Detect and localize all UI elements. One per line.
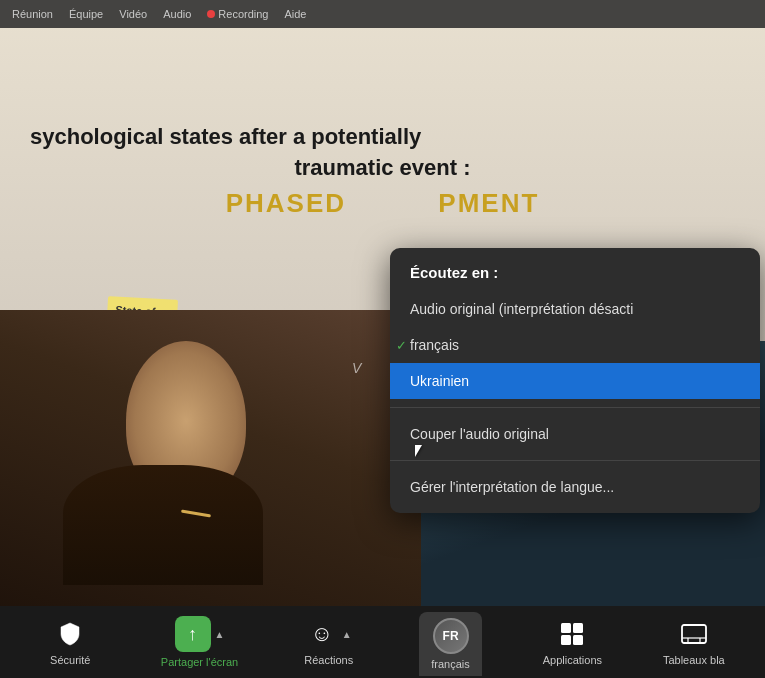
dropdown-item-couper-audio[interactable]: Couper l'audio original [390,416,760,452]
slide-line2: traumatic event : [30,153,735,184]
dropdown-item-label: Audio original (interprétation désacti [410,301,633,317]
topbar-aide[interactable]: Aide [284,8,306,20]
dropdown-divider [390,407,760,408]
toolbar: Sécurité ↑ ▲ Partager l'écran ☺ ▲ Réacti… [0,606,765,678]
topbar-equipe[interactable]: Équipe [69,8,103,20]
share-screen-chevron[interactable]: ▲ [215,629,225,640]
reactions-chevron[interactable]: ▲ [342,629,352,640]
svg-rect-1 [573,623,583,633]
person-video [0,310,421,620]
toolbar-item-reactions[interactable]: ☺ ▲ Réactions [299,618,359,666]
dropdown-item-label: Gérer l'interprétation de langue... [410,479,614,495]
top-bar: Réunion Équipe Vidéo Audio Recording Aid… [0,0,765,28]
dropdown-divider-2 [390,460,760,461]
slide-line3: PHASED PMENT [30,188,735,219]
topbar-reunion[interactable]: Réunion [12,8,53,20]
recording-dot [207,10,215,18]
svg-rect-3 [573,635,583,645]
reactions-icon: ☺ [306,618,338,650]
svg-rect-0 [561,623,571,633]
topbar-recording[interactable]: Recording [207,8,268,20]
dropdown-item-audio-original[interactable]: Audio original (interprétation désacti [390,291,760,327]
share-screen-icon: ↑ [175,616,211,652]
topbar-video[interactable]: Vidéo [119,8,147,20]
interpretation-dropdown: Écoutez en : Audio original (interprétat… [390,248,760,513]
overlay-v: V [352,360,361,376]
tableaux-icon [678,618,710,650]
partager-label: Partager l'écran [161,656,238,668]
dropdown-item-gerer[interactable]: Gérer l'interprétation de langue... [390,469,760,505]
dropdown-item-label: Couper l'audio original [410,426,549,442]
toolbar-item-tableaux[interactable]: Tableaux bla [663,618,725,666]
dropdown-header: Écoutez en : [390,264,760,291]
securite-label: Sécurité [50,654,90,666]
dropdown-item-francais[interactable]: français [390,327,760,363]
toolbar-item-applications[interactable]: Applications [542,618,602,666]
dropdown-item-label: français [410,337,459,353]
fr-badge-icon: FR [433,618,469,654]
svg-rect-4 [682,625,706,643]
slide-line1: sychological states after a potentially [30,122,735,153]
share-screen-controls: ↑ ▲ [175,616,225,652]
toolbar-item-securite[interactable]: Sécurité [40,618,100,666]
svg-rect-2 [561,635,571,645]
topbar-audio[interactable]: Audio [163,8,191,20]
tableaux-label: Tableaux bla [663,654,725,666]
dropdown-item-ukrainien[interactable]: Ukrainien [390,363,760,399]
shield-icon [54,618,86,650]
reactions-controls: ☺ ▲ [306,618,352,650]
toolbar-item-partager[interactable]: ↑ ▲ Partager l'écran [161,616,238,668]
reactions-label: Réactions [304,654,353,666]
applications-icon [556,618,588,650]
dropdown-item-label: Ukrainien [410,373,469,389]
francais-label: français [431,658,470,670]
applications-label: Applications [543,654,602,666]
toolbar-item-francais[interactable]: FR français [419,612,482,676]
